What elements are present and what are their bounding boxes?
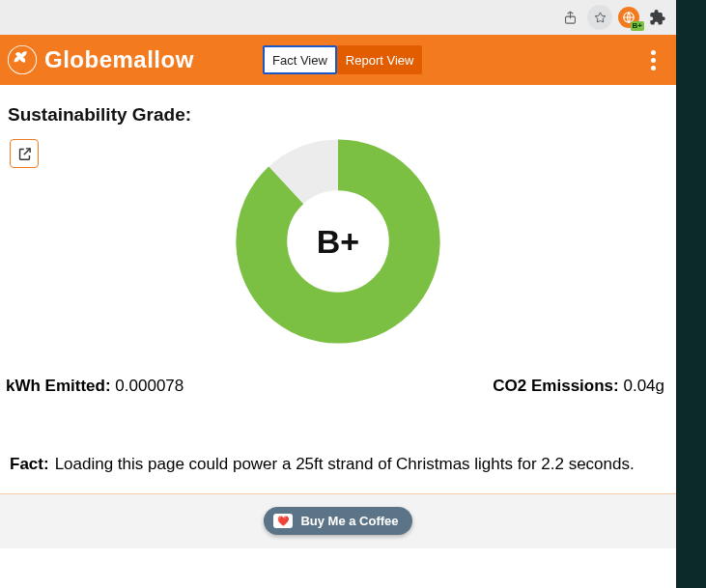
tab-report-view[interactable]: Report View xyxy=(337,45,423,74)
browser-window: B+ Globemallow Fact View Report View xyxy=(0,0,676,588)
co2-value: 0.04g xyxy=(623,377,664,395)
brand-name: Globemallow xyxy=(44,46,194,73)
fact-label: Fact: xyxy=(10,454,49,476)
grade-value: B+ xyxy=(232,135,444,348)
view-tabs: Fact View Report View xyxy=(263,45,422,74)
fact-text: Loading this page could power a 25ft str… xyxy=(55,454,635,476)
footer: ❤️ Buy Me a Coffee xyxy=(0,494,676,548)
kwh-label: kWh Emitted: xyxy=(6,377,111,395)
main-content: Sustainability Grade: B+ kWh Emitted: 0.… xyxy=(0,85,676,588)
heart-icon: ❤️ xyxy=(273,514,293,528)
browser-toolbar: B+ xyxy=(0,0,676,35)
extension-badge: B+ xyxy=(631,21,644,31)
coffee-label: Buy Me a Coffee xyxy=(300,514,398,528)
app-header: Globemallow Fact View Report View xyxy=(0,35,676,85)
tab-fact-view[interactable]: Fact View xyxy=(263,45,337,74)
brand: Globemallow xyxy=(6,43,194,76)
kwh-stat: kWh Emitted: 0.000078 xyxy=(6,377,184,396)
grade-heading: Sustainability Grade: xyxy=(0,85,676,126)
buy-coffee-button[interactable]: ❤️ Buy Me a Coffee xyxy=(264,507,411,535)
globe-logo-icon xyxy=(6,43,39,76)
co2-stat: CO2 Emissions: 0.04g xyxy=(493,377,664,396)
open-external-button[interactable] xyxy=(10,139,39,168)
more-menu-icon[interactable] xyxy=(639,46,666,73)
grade-chart: B+ xyxy=(0,135,676,348)
bookmark-star-icon[interactable] xyxy=(587,5,612,30)
share-os-icon[interactable] xyxy=(558,6,581,29)
fact-section: Fact: Loading this page could power a 25… xyxy=(0,396,676,486)
extensions-puzzle-icon[interactable] xyxy=(645,6,668,29)
globemallow-extension-icon[interactable]: B+ xyxy=(618,7,639,28)
co2-label: CO2 Emissions: xyxy=(493,377,618,395)
kwh-value: 0.000078 xyxy=(115,377,184,395)
